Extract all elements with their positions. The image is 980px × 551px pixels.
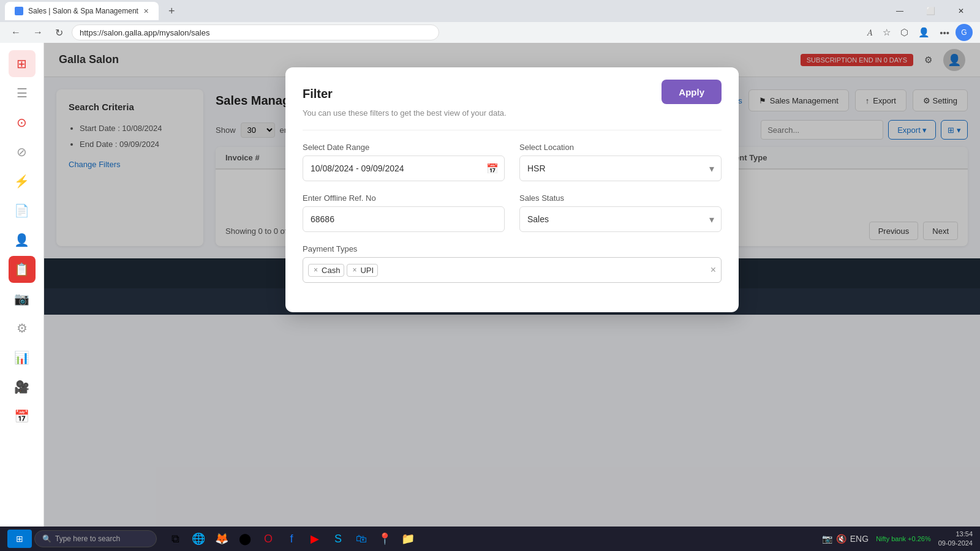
more-menu-icon[interactable]: ••• xyxy=(936,25,953,40)
taskbar-app-yt[interactable]: ▶ xyxy=(304,528,326,550)
sidebar-item-users[interactable]: 👤 xyxy=(9,227,36,253)
back-button[interactable]: ← xyxy=(7,24,24,40)
sidebar-item-dashboard[interactable]: ⊞ xyxy=(9,50,36,77)
sidebar: ⊞ ☰ ⊙ ⊘ ⚡ 📄 👤 📋 📷 ⚙ 📊 🎥 📅 xyxy=(0,43,44,551)
taskbar-apps: ⧉ 🌐 🦊 ⬤ O f ▶ S 🛍 📍 📁 xyxy=(164,528,419,550)
taskbar-app-fileexplorer[interactable]: 📁 xyxy=(397,528,419,550)
new-tab-button[interactable]: + xyxy=(164,2,180,20)
browser-title-bar: Sales | Salon & Spa Management ✕ + — ⬜ ✕ xyxy=(0,0,980,22)
sidebar-item-alerts[interactable]: ⊙ xyxy=(9,109,36,136)
payment-types-label: Payment Types xyxy=(303,244,722,253)
reader-icon[interactable]: 𝐴 xyxy=(864,24,876,40)
sidebar-item-sales[interactable]: 📋 xyxy=(9,256,36,283)
refresh-button[interactable]: ↻ xyxy=(51,24,67,41)
sales-status-label: Sales Status xyxy=(519,193,722,203)
apply-button[interactable]: Apply xyxy=(662,80,722,104)
filter-modal: Filter × You can use these filters to ge… xyxy=(285,67,739,312)
tag-cash-label: Cash xyxy=(322,266,340,275)
forward-button[interactable]: → xyxy=(29,24,47,40)
taskbar-app-edge[interactable]: 🌐 xyxy=(187,528,209,550)
taskbar-app-chrome[interactable]: ⬤ xyxy=(234,528,256,550)
filter-divider xyxy=(303,130,722,130)
clock-date: 09-09-2024 xyxy=(938,539,973,548)
sidebar-item-camera[interactable]: 🎥 xyxy=(9,373,36,400)
tag-cash: × Cash xyxy=(308,264,344,277)
search-icon: 🔍 xyxy=(42,534,51,543)
taskbar-right: 📷 🔇 ENG Nifty bank +0.26% 13:54 09-09-20… xyxy=(822,530,973,549)
clear-payment-tags-button[interactable]: × xyxy=(710,264,716,276)
lang-label: ENG xyxy=(850,534,869,544)
edge-profile-icon[interactable]: G xyxy=(956,24,973,41)
taskbar-system-icons: 📷 🔇 ENG xyxy=(822,534,869,544)
start-button[interactable]: ⊞ xyxy=(7,530,32,548)
maximize-button[interactable]: ⬜ xyxy=(916,2,944,20)
filter-row-1: Select Date Range 📅 Select Location HSR … xyxy=(303,143,722,181)
close-button[interactable]: ✕ xyxy=(947,2,975,20)
taskbar-app-task-view[interactable]: ⧉ xyxy=(164,528,186,550)
modal-overlay[interactable]: Filter × You can use these filters to ge… xyxy=(44,43,980,551)
remove-upi-tag[interactable]: × xyxy=(351,266,358,274)
sidebar-item-locations[interactable]: 📷 xyxy=(9,285,36,312)
extensions-icon[interactable]: ⬡ xyxy=(897,24,912,40)
sidebar-item-analytics[interactable]: 📊 xyxy=(9,344,36,371)
tab-label: Sales | Salon & Spa Management xyxy=(28,7,138,15)
sidebar-item-menu1[interactable]: ☰ xyxy=(9,80,36,107)
location-group: Select Location HSR Location 1 Location … xyxy=(519,143,722,181)
payment-types-group: Payment Types × Cash × UPI × xyxy=(303,244,722,283)
filter-row-2: Enter Offline Ref. No Sales Status Sales… xyxy=(303,193,722,232)
location-select-wrapper: HSR Location 1 Location 2 xyxy=(519,156,722,181)
taskbar-app-fb[interactable]: f xyxy=(281,528,303,550)
remove-cash-tag[interactable]: × xyxy=(312,266,319,274)
date-range-label: Select Date Range xyxy=(303,143,505,152)
date-range-group: Select Date Range 📅 xyxy=(303,143,505,181)
modal-title: Filter xyxy=(303,87,333,101)
payment-types-text-input[interactable] xyxy=(380,266,716,275)
taskbar-search[interactable]: 🔍 Type here to search xyxy=(34,530,157,547)
modal-header: Filter × xyxy=(303,84,722,103)
taskbar-app-maps[interactable]: 📍 xyxy=(374,528,396,550)
payment-types-input[interactable]: × Cash × UPI × xyxy=(303,257,722,283)
volume-icon: 🔇 xyxy=(836,534,846,544)
offline-ref-input[interactable] xyxy=(303,206,505,232)
tag-upi: × UPI xyxy=(347,264,378,277)
taskbar-clock: 13:54 09-09-2024 xyxy=(938,530,973,549)
sidebar-item-docs[interactable]: 📄 xyxy=(9,197,36,224)
offline-ref-label: Enter Offline Ref. No xyxy=(303,193,505,203)
taskbar-search-label: Type here to search xyxy=(55,534,120,543)
offline-ref-group: Enter Offline Ref. No xyxy=(303,193,505,232)
tab-favicon xyxy=(15,7,23,15)
app-container: ⊞ ☰ ⊙ ⊘ ⚡ 📄 👤 📋 📷 ⚙ 📊 🎥 📅 Galla Salon SU… xyxy=(0,43,980,551)
sales-status-select-wrapper: Sales Returns All xyxy=(519,206,722,232)
address-bar[interactable]: https://salon.galla.app/mysalon/sales xyxy=(72,24,439,40)
browser-nav-icons: 𝐴 ☆ ⬡ 👤 ••• G xyxy=(864,24,973,41)
nifty-indicator: Nifty bank +0.26% xyxy=(876,535,931,542)
location-select[interactable]: HSR Location 1 Location 2 xyxy=(519,156,722,181)
date-range-input-wrapper: 📅 xyxy=(303,156,505,181)
calendar-icon[interactable]: 📅 xyxy=(486,163,499,174)
browser-nav-bar: ← → ↻ https://salon.galla.app/mysalon/sa… xyxy=(0,22,980,43)
sidebar-item-calendar[interactable]: 📅 xyxy=(9,403,36,430)
taskbar-app-store[interactable]: 🛍 xyxy=(350,528,372,550)
favorites-icon[interactable]: ☆ xyxy=(879,24,894,40)
tab-close-button[interactable]: ✕ xyxy=(143,7,149,15)
tag-upi-label: UPI xyxy=(360,266,374,275)
sales-status-group: Sales Status Sales Returns All xyxy=(519,193,722,232)
window-controls: — ⬜ ✕ xyxy=(886,2,975,20)
taskbar-app-skype[interactable]: S xyxy=(327,528,349,550)
location-label: Select Location xyxy=(519,143,722,152)
main-content: Galla Salon SUBSCRIPTION END IN 0 DAYS ⚙… xyxy=(44,43,980,551)
camera-icon: 📷 xyxy=(822,534,832,544)
taskbar-app-firefox[interactable]: 🦊 xyxy=(211,528,233,550)
clock-time: 13:54 xyxy=(938,530,973,539)
taskbar-app-opera[interactable]: O xyxy=(257,528,279,550)
sales-status-select[interactable]: Sales Returns All xyxy=(519,206,722,232)
modal-subtitle: You can use these filters to get the bes… xyxy=(303,108,722,118)
sidebar-item-reports[interactable]: ⊘ xyxy=(9,138,36,165)
filter-row-3: Payment Types × Cash × UPI × xyxy=(303,244,722,283)
sidebar-item-settings[interactable]: ⚙ xyxy=(9,315,36,342)
sidebar-item-zap[interactable]: ⚡ xyxy=(9,168,36,195)
date-range-input[interactable] xyxy=(303,156,505,181)
minimize-button[interactable]: — xyxy=(886,2,914,20)
profile-icon[interactable]: 👤 xyxy=(914,24,933,40)
browser-tab[interactable]: Sales | Salon & Spa Management ✕ xyxy=(5,2,159,20)
